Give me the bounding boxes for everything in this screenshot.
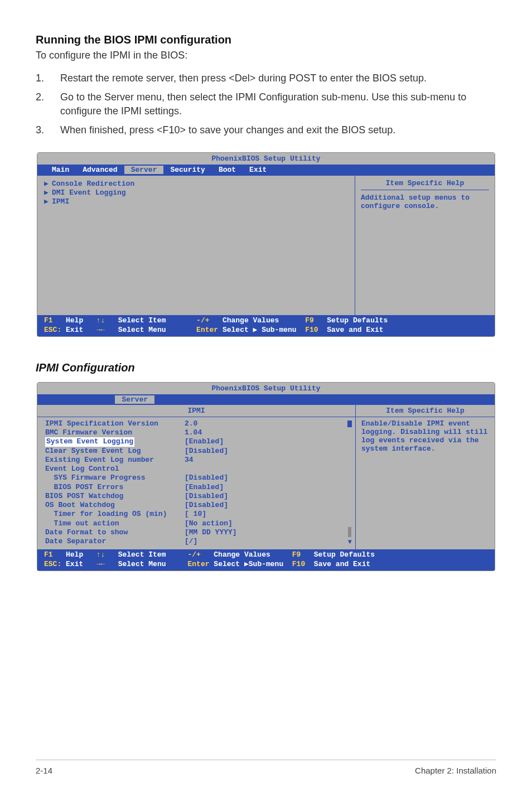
tab-server[interactable]: Server [115,395,154,404]
bios-ipmi-config-screenshot: PhoenixBIOS Setup Utility Main Advanced … [37,382,495,571]
step-text: Restart the remote server, then press <D… [60,71,496,85]
ipmi-item-values: 2.0 1.04 [Enabled] [Disabled] 34 [Disabl… [182,417,355,550]
step-text: Go to the Server menu, then select the I… [60,90,496,118]
menu-item-console-redirection[interactable]: ▶Console Redirection [44,179,348,188]
step-text: When finished, press <F10> to save your … [60,123,496,137]
step-number: 2. [36,90,60,118]
bios-server-menu-screenshot: PhoenixBIOS Setup Utility Main Advanced … [37,152,495,337]
tab-server[interactable]: Server [124,166,164,174]
item-name: Existing Event Log number [45,456,180,465]
tab-exit[interactable]: Exit [243,166,273,174]
item-name[interactable]: BIOS POST Errors [45,483,180,492]
bios-ipmi-body: IPMI Specification Version BMC Firmware … [37,417,495,550]
item-value[interactable]: [MM DD YYYY] [185,528,353,537]
item-name: Event Log Control [45,465,180,474]
submenu-arrow-icon: ▶ [44,179,52,188]
chapter-label: Chapter 2: Installation [415,766,496,775]
item-name[interactable]: Date Separator [45,537,180,546]
page-number: 2-14 [36,766,52,775]
bios-help-panel: Enable/Disable IPMI event logging. Disab… [355,417,495,550]
step-item: 3.When finished, press <F10> to save you… [36,123,496,137]
item-value[interactable]: [/] [185,537,353,546]
bios-title: PhoenixBIOS Setup Utility [37,153,495,165]
item-value[interactable]: [Disabled] [185,501,353,510]
bios-title: PhoenixBIOS Setup Utility [37,383,495,394]
bios-footer-keys: F1 Help ↑↓ Select Item -/+ Change Values… [37,315,495,336]
bios-subheader-row: IPMI Item Specific Help [37,405,495,417]
item-name[interactable]: Clear System Event Log [45,447,180,456]
item-value: 34 [185,456,353,465]
item-value[interactable]: [ 10] [185,510,353,519]
step-number: 1. [36,71,60,85]
scrollbar-thumb[interactable] [348,527,351,537]
item-name[interactable]: Timer for loading OS (min) [45,510,180,519]
item-value: 2.0 [185,419,353,428]
submenu-title: IPMI [37,405,355,417]
bios-footer-keys: F1 Help ↑↓ Select Item -/+ Change Values… [37,549,495,571]
submenu-arrow-icon: ▶ [44,188,52,197]
bios-menu-panel: ▶Console Redirection ▶DMI Event Logging … [37,176,355,315]
page-footer: 2-14 Chapter 2: Installation [36,760,496,775]
item-value[interactable]: [Disabled] [185,447,353,456]
bios-help-panel: Item Specific Help Additional setup menu… [355,176,495,315]
step-item: 2.Go to the Server menu, then select the… [36,90,496,118]
item-value[interactable]: [No action] [185,519,353,528]
item-value: 1.04 [185,428,353,437]
bios-tab-bar: Main Advanced Server [37,394,495,405]
step-number: 3. [36,123,60,137]
section2-heading: IPMI Configuration [36,361,496,374]
help-title: Item Specific Help [355,405,495,417]
item-value[interactable]: [Disabled] [185,474,353,482]
item-value[interactable]: [Disabled] [185,492,353,501]
tab-advanced[interactable]: Advanced [76,166,124,174]
menu-item-ipmi[interactable]: ▶IPMI [44,197,348,206]
item-name[interactable]: SYS Firmware Progress [45,474,180,482]
bios-tab-bar: Main Advanced Server Security Boot Exit [37,165,495,175]
item-name: IPMI Specification Version [45,419,180,428]
help-body: Additional setup menus to configure cons… [361,194,489,210]
item-name-highlighted[interactable]: System Event Logging [45,437,180,446]
steps-list: 1.Restart the remote server, then press … [36,71,496,137]
item-name[interactable]: BIOS POST Watchdog [45,492,180,501]
menu-item-dmi-event-logging[interactable]: ▶DMI Event Logging [44,188,348,197]
help-body: Enable/Disable IPMI event logging. Disab… [361,419,489,453]
intro-text: To configure the IPMI in the BIOS: [36,50,496,61]
step-item: 1.Restart the remote server, then press … [36,71,496,85]
item-value[interactable]: [Enabled] [185,483,353,492]
item-name[interactable]: Time out action [45,519,180,528]
item-value[interactable]: [Enabled] [185,437,353,446]
ipmi-item-names: IPMI Specification Version BMC Firmware … [37,417,182,550]
tab-security[interactable]: Security [163,166,211,174]
scrollbar-top-icon [347,421,352,427]
section1-heading: Running the BIOS IPMI configuration [36,33,496,46]
tab-boot[interactable]: Boot [212,166,243,174]
item-name[interactable]: Date Format to show [45,528,180,537]
help-title: Item Specific Help [361,179,489,190]
tab-main[interactable]: Main [45,166,76,174]
scrollbar-down-icon[interactable]: ▼ [348,538,352,546]
submenu-arrow-icon: ▶ [44,197,52,206]
item-name: BMC Firmware Version [45,428,180,437]
item-name[interactable]: OS Boot Watchdog [45,501,180,510]
item-value [185,465,353,474]
